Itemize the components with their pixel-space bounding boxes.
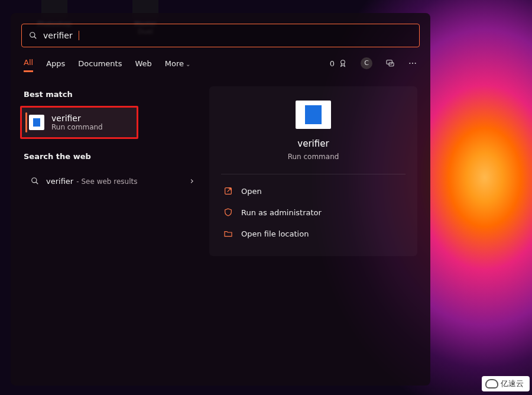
avatar-initial: C — [361, 57, 372, 69]
result-detail-panel: verifier Run command Open Run as adminis… — [209, 86, 417, 256]
action-run-admin[interactable]: Run as administrator — [221, 202, 406, 223]
detail-subtitle: Run command — [221, 153, 406, 161]
action-open-location[interactable]: Open file location — [221, 223, 406, 244]
detail-title: verifier — [221, 138, 406, 149]
cloud-icon — [485, 379, 498, 388]
svg-point-2 — [341, 60, 345, 64]
web-result-suffix: - See web results — [76, 177, 137, 186]
svg-line-1 — [34, 37, 37, 39]
best-match-heading: Best match — [24, 90, 201, 99]
text-caret — [79, 31, 79, 40]
svg-line-9 — [36, 182, 38, 184]
svg-rect-3 — [387, 60, 392, 64]
run-command-icon — [29, 115, 44, 130]
web-result-item[interactable]: verifier - See web results › — [24, 168, 201, 193]
shield-icon — [223, 208, 233, 217]
detail-app-icon — [296, 101, 331, 129]
tab-web[interactable]: Web — [135, 56, 151, 72]
watermark-text: 亿速云 — [501, 378, 524, 389]
points-value: 0 — [330, 59, 335, 68]
start-search-panel: verifier All Apps Documents Web More⌄ 0 … — [11, 13, 430, 386]
medal-icon — [338, 59, 348, 68]
chat-icon[interactable] — [385, 59, 395, 68]
best-match-title: verifier — [51, 114, 103, 123]
desktop: Photoshop Master Duel verifier All Apps … — [0, 0, 532, 395]
action-open[interactable]: Open — [221, 180, 406, 202]
svg-point-6 — [412, 63, 413, 64]
best-match-subtitle: Run command — [51, 123, 103, 131]
search-web-heading: Search the web — [24, 152, 201, 161]
chat-bubble-icon — [385, 59, 395, 68]
menu-more[interactable] — [408, 59, 417, 68]
ellipsis-icon — [408, 59, 417, 68]
chevron-right-icon: › — [190, 175, 194, 186]
best-match-item[interactable]: verifier Run command — [20, 106, 138, 139]
rewards-points[interactable]: 0 — [330, 59, 348, 68]
tab-all[interactable]: All — [24, 54, 33, 72]
svg-point-5 — [409, 63, 410, 64]
svg-point-7 — [415, 63, 416, 64]
tab-documents[interactable]: Documents — [78, 56, 122, 72]
folder-icon — [223, 229, 233, 238]
search-tabs: All Apps Documents Web More⌄ 0 C — [11, 47, 430, 76]
results-left-column: Best match verifier Run command Search t… — [24, 86, 201, 256]
web-result-term: verifier — [46, 177, 73, 186]
action-label: Open file location — [241, 229, 309, 238]
search-icon — [29, 31, 37, 40]
search-input-text: verifier — [43, 31, 73, 40]
account-avatar[interactable]: C — [361, 57, 372, 69]
svg-point-0 — [30, 33, 35, 37]
svg-point-8 — [32, 177, 37, 182]
chevron-down-icon: ⌄ — [186, 61, 190, 67]
action-label: Open — [241, 187, 262, 196]
watermark: 亿速云 — [482, 376, 530, 391]
open-icon — [223, 186, 233, 196]
tab-apps[interactable]: Apps — [46, 56, 65, 72]
search-bar[interactable]: verifier — [21, 24, 420, 47]
tab-more[interactable]: More⌄ — [165, 56, 191, 72]
divider — [221, 174, 406, 174]
search-icon — [31, 177, 39, 185]
action-label: Run as administrator — [241, 208, 322, 217]
